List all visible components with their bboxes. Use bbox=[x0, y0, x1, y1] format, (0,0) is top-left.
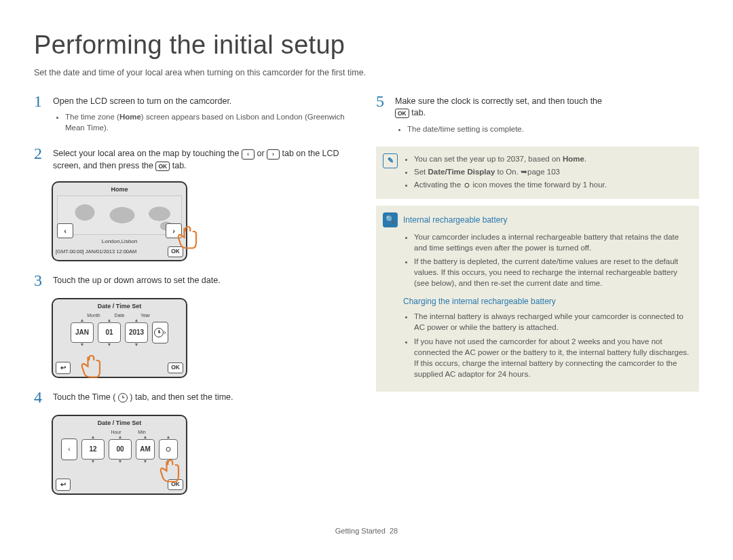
text: You can set the year up to 2037, based o… bbox=[414, 155, 563, 163]
year-spinner[interactable]: 2013 bbox=[125, 322, 148, 343]
content-columns: 1 Open the LCD screen to turn on the cam… bbox=[34, 93, 699, 506]
right-column: 5 Make sure the clock is correctly set, … bbox=[376, 93, 699, 506]
step-2: 2 Select your local area on the map by t… bbox=[34, 145, 357, 172]
arrow-right-icon: › bbox=[267, 149, 280, 160]
info-list-2: The internal battery is always recharged… bbox=[383, 311, 691, 379]
hour-spinner[interactable]: 12 bbox=[81, 439, 105, 460]
date-spinner[interactable]: 01 bbox=[98, 322, 121, 343]
text: . bbox=[584, 155, 586, 163]
text-bold: Home bbox=[563, 155, 584, 163]
note-box: ✎ You can set the year up to 2037, based… bbox=[376, 147, 699, 199]
text-bold: Date/Time Display bbox=[428, 168, 495, 176]
clock-icon bbox=[154, 328, 164, 337]
info-bullet: The internal battery is always recharged… bbox=[414, 311, 691, 333]
ampm-spinner[interactable]: AM bbox=[136, 439, 155, 460]
step-5: 5 Make sure the clock is correctly set, … bbox=[376, 93, 699, 137]
step-number: 2 bbox=[34, 145, 46, 172]
footer-page-number: 28 bbox=[390, 527, 398, 535]
step1-text: Open the LCD screen to turn on the camco… bbox=[53, 96, 231, 106]
step-body: Open the LCD screen to turn on the camco… bbox=[53, 93, 357, 136]
page-subtitle: Set the date and time of your local area… bbox=[34, 67, 699, 79]
step-body: Make sure the clock is correctly set, an… bbox=[395, 93, 699, 137]
step-number: 4 bbox=[34, 389, 46, 405]
device-title: Date / Time Set bbox=[56, 302, 183, 311]
magnifier-icon: 🔍 bbox=[383, 212, 398, 227]
info-block: 🔍 Internal rechargeable battery Your cam… bbox=[376, 206, 699, 392]
note2: Set Date/Time Display to On. ➥page 103 bbox=[414, 166, 607, 177]
pointer-hand-icon bbox=[172, 222, 201, 250]
device-title: Date / Time Set bbox=[56, 419, 183, 428]
step5-text-b: tab. bbox=[411, 108, 426, 117]
arrow-left-icon: ‹ bbox=[242, 149, 255, 160]
info-bullet: Your camcorder includes a internal recha… bbox=[414, 231, 691, 253]
info-title-1: Internal rechargeable battery bbox=[403, 214, 507, 226]
text: The time zone ( bbox=[65, 113, 119, 121]
page-ref: page 103 bbox=[527, 168, 560, 176]
sun-icon bbox=[463, 181, 470, 189]
left-column: 1 Open the LCD screen to turn on the cam… bbox=[34, 93, 357, 506]
device-time-screen: Date / Time Set Hour Min ‹ 12 00 AM ↩ OK bbox=[52, 415, 187, 495]
nav-left-button[interactable]: ‹ bbox=[57, 223, 73, 238]
text: to On. bbox=[495, 168, 521, 176]
device-home-screen: Home ‹ › London,Lisbon [GMT-00:00] JAN/0… bbox=[52, 181, 187, 261]
step-body: Select your local area on the map by tou… bbox=[53, 145, 357, 172]
text: Activating the bbox=[414, 181, 463, 189]
step2-text-d: tab. bbox=[172, 161, 187, 170]
page-title: Performing the initial setup bbox=[34, 27, 699, 63]
clock-icon bbox=[118, 393, 128, 403]
step2-text-b: or bbox=[257, 149, 267, 158]
ok-icon: OK bbox=[155, 162, 170, 171]
step-number: 5 bbox=[376, 93, 388, 137]
min-spinner[interactable]: 00 bbox=[109, 439, 132, 460]
info-bullet: If the battery is depleted, the current … bbox=[414, 256, 691, 288]
step-body: Touch the Time ( ) tab, and then set the… bbox=[53, 389, 357, 405]
world-map bbox=[57, 195, 182, 235]
pointer-hand-icon bbox=[155, 455, 183, 484]
month-spinner[interactable]: JAN bbox=[71, 322, 94, 343]
step-4: 4 Touch the Time ( ) tab, and then set t… bbox=[34, 389, 357, 405]
text: Set bbox=[414, 168, 428, 176]
location-text: London,Lisbon bbox=[56, 238, 183, 245]
back-button[interactable]: ↩ bbox=[56, 479, 71, 491]
ok-icon: OK bbox=[395, 109, 409, 118]
step4-text-a: Touch the Time ( bbox=[53, 392, 118, 402]
back-button[interactable]: ↩ bbox=[56, 362, 71, 374]
step-body: Touch the up or down arrows to set the d… bbox=[53, 272, 357, 288]
step1-bullet: The time zone (Home) screen appears base… bbox=[65, 111, 357, 133]
step5-bullet: The date/time setting is complete. bbox=[407, 124, 699, 134]
gmt-text: [GMT-00:00] JAN/01/2013 12:00AM bbox=[56, 248, 136, 256]
step-1: 1 Open the LCD screen to turn on the cam… bbox=[34, 93, 357, 136]
note1: You can set the year up to 2037, based o… bbox=[414, 153, 607, 164]
step2-text-a: Select your local area on the map by tou… bbox=[53, 149, 242, 158]
info-bullet: If you have not used the camcorder for a… bbox=[414, 336, 691, 379]
device-date-screen: Date / Time Set Month Date Year JAN 01 2… bbox=[52, 298, 187, 378]
step3-text: Touch the up or down arrows to set the d… bbox=[53, 276, 221, 285]
sun-icon bbox=[165, 446, 172, 453]
page-footer: Getting Started 28 bbox=[34, 526, 699, 536]
pointer-hand-icon bbox=[76, 351, 105, 379]
clock-tab-button[interactable]: › bbox=[152, 322, 168, 343]
step4-text-b: ) tab, and then set the time. bbox=[130, 392, 233, 402]
text-bold: Home bbox=[119, 113, 141, 121]
device-title: Home bbox=[56, 185, 183, 194]
ok-button[interactable]: OK bbox=[168, 362, 183, 373]
info-title-2: Charging the internal rechargeable batte… bbox=[403, 296, 691, 307]
field-row: JAN 01 2013 › bbox=[56, 322, 183, 343]
step-number: 3 bbox=[34, 272, 46, 288]
info-head: 🔍 Internal rechargeable battery bbox=[383, 212, 691, 227]
step-3: 3 Touch the up or down arrows to set the… bbox=[34, 272, 357, 288]
calendar-tab-button[interactable]: ‹ bbox=[61, 438, 77, 460]
step5-text-a: Make sure the clock is correctly set, an… bbox=[395, 96, 602, 106]
info-list-1: Your camcorder includes a internal recha… bbox=[383, 231, 691, 288]
footer-section: Getting Started bbox=[335, 527, 386, 535]
note-icon: ✎ bbox=[383, 153, 398, 168]
step-number: 1 bbox=[34, 93, 46, 136]
text: icon moves the time forward by 1 hour. bbox=[470, 181, 607, 189]
note3: Activating the icon moves the time forwa… bbox=[414, 179, 607, 190]
